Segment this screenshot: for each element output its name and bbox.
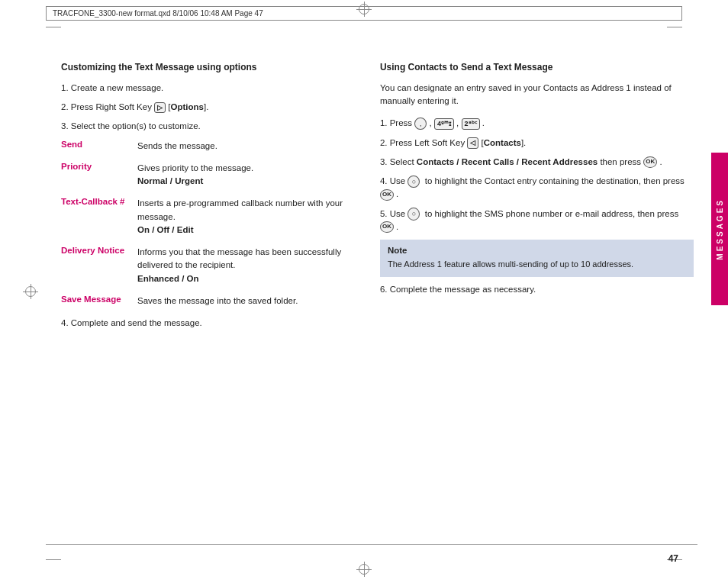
option-send-label: Send <box>61 140 137 149</box>
option-delivery-label: Delivery Notice <box>61 246 137 255</box>
right-step-5: 5. Use ○ to highlight the SMS phone numb… <box>380 208 694 234</box>
option-priority-label: Priority <box>61 162 137 171</box>
option-send: Send Sends the message. <box>61 140 350 153</box>
side-tab: MESSAGES <box>711 153 728 305</box>
left-column: Customizing the Text Message using optio… <box>61 61 365 537</box>
ok-key-5: OK <box>380 221 394 233</box>
step-3: 3. Select the option(s) to customize. <box>61 120 350 133</box>
corner-mark-tl <box>46 27 61 27</box>
corner-mark-bl <box>46 559 61 560</box>
key-2abc: 2ᵃᵇᶜ <box>462 118 480 130</box>
left-soft-key-icon: ◁ <box>467 137 478 149</box>
main-content: Customizing the Text Message using optio… <box>61 61 694 537</box>
option-delivery-desc: Informs you that the message has been su… <box>137 246 350 285</box>
ok-key-3: OK <box>643 156 657 168</box>
option-priority: Priority Gives priority to the message. … <box>61 162 350 188</box>
option-savemessage: Save Message Saves the message into the … <box>61 295 350 308</box>
option-delivery: Delivery Notice Informs you that the mes… <box>61 246 350 285</box>
crosshair-top <box>356 2 372 17</box>
option-priority-desc: Gives priority to the message. Normal / … <box>137 162 350 188</box>
right-column: Using Contacts to Send a Text Message Yo… <box>365 61 694 537</box>
right-step-2: 2. Press Left Soft Key ◁ [Contacts]. <box>380 137 694 150</box>
ok-key-4: OK <box>380 189 394 201</box>
step-2: 2. Press Right Soft Key ▷ [Options]. <box>61 101 350 114</box>
right-step-6: 6. Complete the message as necessary. <box>380 283 694 296</box>
key-4ghi: 4ᵍᵐɪ <box>434 118 454 130</box>
note-title: Note <box>388 246 686 255</box>
right-step-4: 4. Use ○ to highlight the Contact entry … <box>380 175 694 201</box>
options-table: Send Sends the message. Priority Gives p… <box>61 140 350 308</box>
note-text: The Address 1 feature allows multi-sendi… <box>388 258 686 271</box>
option-textcallback: Text-Callback # Inserts a pre-programmed… <box>61 197 350 237</box>
bottom-line <box>46 544 697 545</box>
option-send-desc: Sends the message. <box>137 140 350 153</box>
page-number: 47 <box>668 553 678 564</box>
right-step-3: 3. Select Contacts / Recent Calls / Rece… <box>380 156 694 169</box>
right-section-title: Using Contacts to Send a Text Message <box>380 61 694 74</box>
corner-mark-tr <box>667 27 682 27</box>
nav-key-5: ○ <box>407 208 420 220</box>
option-savemessage-label: Save Message <box>61 295 137 304</box>
header-text: TRACFONE_3300-new format.qxd 8/10/06 10:… <box>53 9 263 18</box>
option-savemessage-desc: Saves the message into the saved folder. <box>137 295 350 308</box>
right-intro: You can designate an entry saved in your… <box>380 82 694 108</box>
left-section-title: Customizing the Text Message using optio… <box>61 61 350 74</box>
crosshair-left <box>23 284 38 299</box>
soft-key-icon: ▷ <box>154 102 166 114</box>
nav-key-4: ○ <box>407 176 420 188</box>
option-textcallback-label: Text-Callback # <box>61 197 137 206</box>
side-tab-label: MESSAGES <box>716 198 724 260</box>
crosshair-bottom <box>356 562 372 577</box>
right-step-1: 1. Press , , 4ᵍᵐɪ , 2ᵃᵇᶜ . <box>380 117 694 130</box>
step-1: 1. Create a new message. <box>61 82 350 95</box>
note-box: Note The Address 1 feature allows multi-… <box>380 240 694 277</box>
option-textcallback-desc: Inserts a pre-programmed callback number… <box>137 197 350 237</box>
step-4: 4. Complete and send the message. <box>61 317 350 330</box>
key-comma: , <box>414 118 427 130</box>
